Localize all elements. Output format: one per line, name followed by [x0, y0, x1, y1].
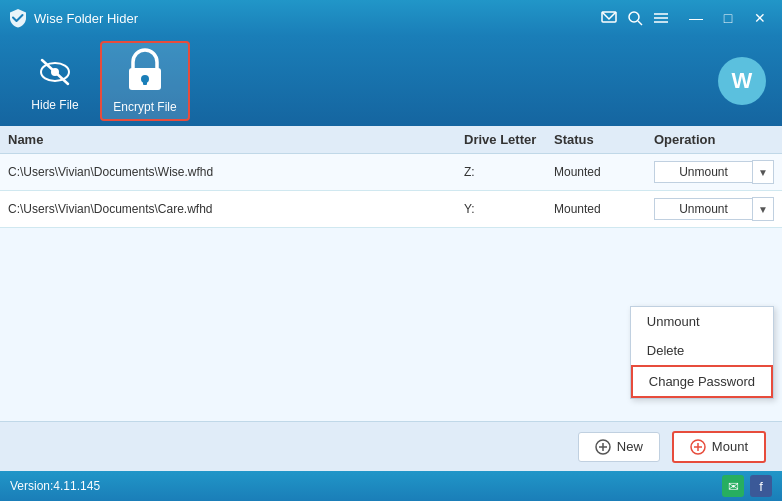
col-header-status: Status	[554, 132, 654, 147]
menu-icon[interactable]	[652, 9, 670, 27]
maximize-button[interactable]: □	[714, 8, 742, 28]
mount-button[interactable]: Mount	[672, 431, 766, 463]
version-text: Version:4.11.145	[10, 479, 100, 493]
row2-status: Mounted	[554, 202, 654, 216]
row1-name: C:\Users\Vivian\Documents\Wise.wfhd	[8, 165, 464, 179]
row2-unmount-button[interactable]: Unmount	[654, 198, 752, 220]
dropdown-item-unmount[interactable]: Unmount	[631, 307, 773, 336]
search-icon[interactable]	[626, 9, 644, 27]
table-row: C:\Users\Vivian\Documents\Wise.wfhd Z: M…	[0, 154, 782, 191]
mount-label: Mount	[712, 439, 748, 454]
col-header-operation: Operation	[654, 132, 774, 147]
title-bar-left: Wise Folder Hider	[8, 8, 138, 28]
svg-point-1	[629, 12, 639, 22]
row2-name: C:\Users\Vivian\Documents\Care.wfhd	[8, 202, 464, 216]
status-icons: ✉ f	[722, 475, 772, 497]
hide-file-icon	[34, 50, 76, 92]
row1-dropdown-arrow[interactable]: ▼	[752, 160, 774, 184]
message-icon[interactable]	[600, 9, 618, 27]
avatar: W	[718, 57, 766, 105]
content-area: Name Drive Letter Status Operation C:\Us…	[0, 126, 782, 471]
app-icon	[8, 8, 28, 28]
hide-file-label: Hide File	[31, 98, 78, 112]
dropdown-item-change-password[interactable]: Change Password	[631, 365, 773, 398]
row1-status: Mounted	[554, 165, 654, 179]
title-bar: Wise Folder Hider — □ ✕	[0, 0, 782, 36]
new-button[interactable]: New	[578, 432, 660, 462]
row2-operation: Unmount ▼	[654, 197, 774, 221]
facebook-icon[interactable]: f	[750, 475, 772, 497]
table-row: C:\Users\Vivian\Documents\Care.wfhd Y: M…	[0, 191, 782, 228]
col-header-drive: Drive Letter	[464, 132, 554, 147]
hide-file-button[interactable]: Hide File	[10, 41, 100, 121]
svg-rect-11	[143, 79, 147, 85]
encrypt-file-button[interactable]: Encrypt File	[100, 41, 190, 121]
new-label: New	[617, 439, 643, 454]
app-title: Wise Folder Hider	[34, 11, 138, 26]
row1-operation: Unmount ▼	[654, 160, 774, 184]
col-header-name: Name	[8, 132, 464, 147]
bottom-bar: New Mount	[0, 421, 782, 471]
dropdown-item-delete[interactable]: Delete	[631, 336, 773, 365]
row1-unmount-button[interactable]: Unmount	[654, 161, 752, 183]
plus-icon	[595, 439, 611, 455]
encrypt-file-icon	[123, 48, 167, 94]
toolbar: Hide File Encrypt File W	[0, 36, 782, 126]
row2-dropdown-arrow[interactable]: ▼	[752, 197, 774, 221]
table-header: Name Drive Letter Status Operation	[0, 126, 782, 154]
minimize-button[interactable]: —	[682, 8, 710, 28]
mount-icon	[690, 439, 706, 455]
encrypt-file-label: Encrypt File	[113, 100, 176, 114]
svg-line-2	[638, 21, 642, 25]
row1-drive: Z:	[464, 165, 554, 179]
dropdown-menu: Unmount Delete Change Password	[630, 306, 774, 399]
row2-drive: Y:	[464, 202, 554, 216]
email-icon[interactable]: ✉	[722, 475, 744, 497]
close-button[interactable]: ✕	[746, 8, 774, 28]
title-bar-controls: — □ ✕	[600, 8, 774, 28]
status-bar: Version:4.11.145 ✉ f	[0, 471, 782, 501]
